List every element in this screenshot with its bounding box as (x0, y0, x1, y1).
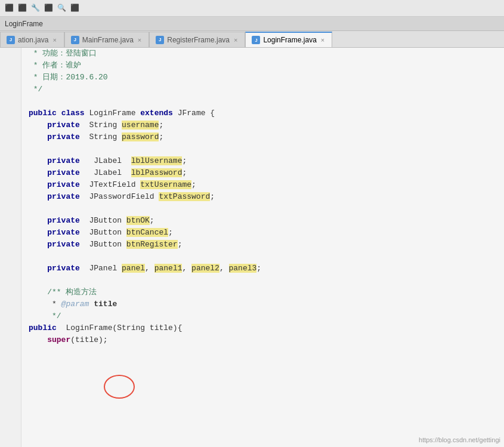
code-line-blank-3 (29, 203, 497, 215)
code-line-comment-1: * 功能：登陆窗口 (29, 48, 497, 60)
tab-close-1[interactable]: × (51, 36, 57, 44)
code-line-super: super(title); (29, 334, 497, 346)
title-bar: LoginFrame (0, 17, 504, 31)
code-line-comment-2: * 作者：谁妒 (29, 60, 497, 72)
code-line-blank-2 (29, 143, 497, 155)
toolbar-icon-4[interactable]: ⬛ (43, 3, 54, 14)
toolbar: ⬛ ⬛ 🔧 ⬛ 🔍 ⬛ (0, 0, 504, 17)
code-line-field-btnOK: private JButton btnOK; (29, 215, 497, 227)
code-line-field-panels: private JPanel panel, panel1, panel2, pa… (29, 263, 497, 275)
code-line-javadoc-1: /** 构造方法 (29, 286, 497, 298)
code-line-field-lblUsername: private JLabel lblUsername; (29, 155, 497, 167)
code-line-blank-5 (29, 275, 497, 286)
code-line-constructor: public LoginFrame(String title){ (29, 322, 497, 334)
code-line-javadoc-param: * @param title (29, 298, 497, 310)
line-numbers (0, 48, 21, 447)
toolbar-icon-search[interactable]: 🔍 (56, 3, 67, 14)
code-line-field-password: private String password; (29, 131, 497, 143)
code-line-javadoc-end: */ (29, 310, 497, 322)
code-line-field-lblPassword: private JLabel lblPassword; (29, 167, 497, 179)
tab-close-3[interactable]: × (233, 36, 239, 44)
tab-label-1: ation.java (18, 36, 48, 44)
tab-close-4[interactable]: × (320, 36, 326, 44)
tab-close-2[interactable]: × (137, 36, 143, 44)
toolbar-icon-2[interactable]: ⬛ (17, 3, 27, 14)
code-line-field-username: private String username; (29, 119, 497, 131)
toolbar-icon-1[interactable]: ⬛ (4, 3, 14, 14)
tab-icon-2: J (71, 36, 79, 44)
tab-label-3: RegisterFrame.java (167, 36, 230, 44)
toolbar-icon-3[interactable]: 🔧 (30, 3, 41, 14)
tab-icon-1: J (7, 36, 15, 44)
watermark: https://blog.csdn.net/gettingi (419, 436, 500, 443)
code-editor[interactable]: * 功能：登陆窗口 * 作者：谁妒 * 日期：2019.6.20 */ publ… (0, 48, 504, 447)
tab-registerframe-java[interactable]: J RegisterFrame.java × (149, 32, 245, 47)
tab-icon-3: J (156, 36, 164, 44)
tab-label-2: MainFrame.java (82, 36, 134, 44)
toolbar-icon-5[interactable]: ⬛ (69, 3, 80, 14)
code-line-class-decl: public class LoginFrame extends JFrame { (29, 107, 497, 119)
window-title: LoginFrame (5, 20, 43, 28)
code-line-comment-3: * 日期：2019.6.20 (29, 72, 497, 84)
code-line-field-btnRegister: private JButton btnRegister; (29, 239, 497, 251)
code-line-blank-1 (29, 95, 497, 107)
code-line-field-txtPassword: private JPasswordField txtPassword; (29, 191, 497, 203)
code-line-comment-4: */ (29, 84, 497, 95)
tab-icon-4: J (252, 36, 260, 44)
tab-ation-java[interactable]: J ation.java × (0, 32, 64, 47)
code-line-field-btnCancel: private JButton btnCancel; (29, 227, 497, 239)
tab-loginframe-java[interactable]: J LoginFrame.java × (245, 32, 332, 47)
code-content[interactable]: * 功能：登陆窗口 * 作者：谁妒 * 日期：2019.6.20 */ publ… (21, 48, 504, 447)
tab-label-4: LoginFrame.java (263, 36, 316, 44)
tab-mainframe-java[interactable]: J MainFrame.java × (64, 32, 149, 47)
code-line-field-txtUsername: private JTextField txtUsername; (29, 179, 497, 191)
code-line-blank-4 (29, 251, 497, 263)
tabs-bar: J ation.java × J MainFrame.java × J Regi… (0, 31, 504, 48)
